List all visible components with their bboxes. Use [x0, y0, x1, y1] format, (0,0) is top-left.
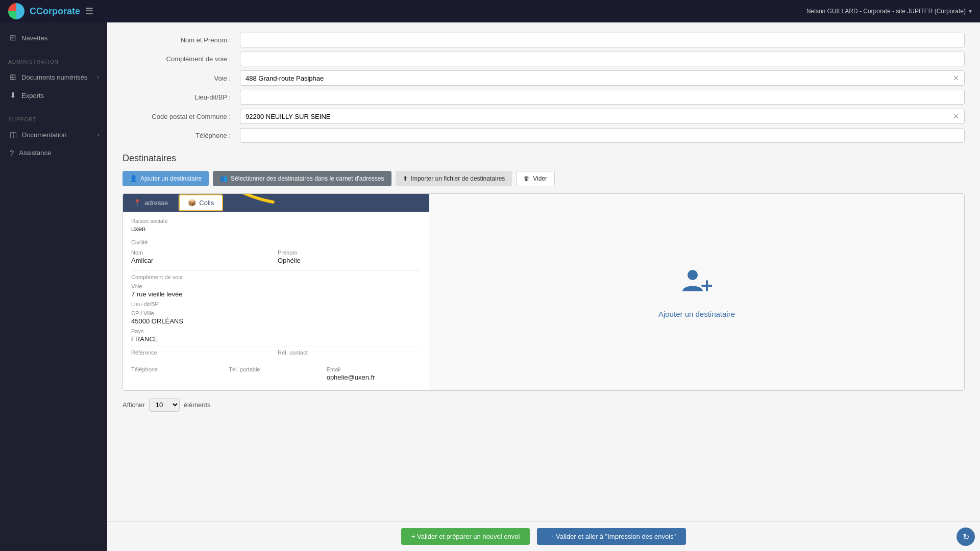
documents-arrow: › — [97, 74, 99, 80]
cp-ville-field: CP / Ville 45000 ORLÉANS — [131, 310, 421, 325]
nom-prenom-input[interactable] — [246, 36, 959, 44]
sidebar-admin-section: ADMINISTRATION ⊞ Documents numérisés › ⬇… — [0, 50, 107, 108]
refresh-button[interactable]: ↻ — [957, 528, 975, 546]
complement-voie-input[interactable] — [246, 55, 959, 63]
nom-value: Amilcar — [131, 257, 275, 264]
sidebar-item-documents[interactable]: ⊞ Documents numérisés › — [0, 68, 107, 86]
add-recipient-panel[interactable]: Ajouter un destinataire — [429, 194, 964, 390]
tab-adresse[interactable]: 📍 adresse — [123, 194, 179, 212]
telephone-input[interactable] — [246, 132, 959, 139]
importer-icon: ⬆ — [403, 175, 408, 182]
bottom-bar: + Valider et préparer un nouvel envoi → … — [107, 521, 980, 551]
email-label: Email — [327, 366, 421, 372]
topbar-left: CCorporate ☰ — [8, 3, 93, 19]
app-title: CCorporate — [30, 6, 80, 17]
complement-voie-field[interactable] — [240, 52, 965, 66]
code-postal-label: Code postal et Commune : — [122, 113, 235, 120]
add-recipient-label: Ajouter un destinataire — [658, 310, 735, 318]
raison-sociale-field: Raison sociale uxen — [131, 218, 421, 233]
sidebar-item-exports[interactable]: ⬇ Exports — [0, 86, 107, 105]
nom-prenom-field[interactable] — [240, 33, 965, 47]
lieu-dit-recipient-label: Lieu-dit/BP — [131, 301, 421, 307]
sidebar-item-navettes[interactable]: ⊞ Navettes — [0, 29, 107, 47]
telephone-field[interactable] — [240, 128, 965, 143]
voie-recipient-field: Voie 7 rue vieille levée — [131, 283, 421, 298]
dest-tab-header: 📍 adresse 📦 Colis — [123, 194, 429, 212]
user-info: Nelson GUILLARD - Corporate - site JUPIT… — [806, 8, 972, 15]
vider-icon: 🗑 — [524, 175, 530, 182]
sidebar-item-documentation[interactable]: ◫ Documentation › — [0, 126, 107, 144]
ref-contact-field: Réf. contact — [278, 349, 421, 357]
refresh-icon: ↻ — [963, 532, 969, 542]
lieu-dit-label: Lieu-dit/BP : — [122, 93, 235, 101]
valider-nouveau-button[interactable]: + Valider et préparer un nouvel envoi — [401, 528, 530, 545]
civilite-field: Civilité — [131, 239, 275, 246]
sidebar-item-assistance[interactable]: ? Assistance — [0, 144, 107, 162]
cp-ville-value: 45000 ORLÉANS — [131, 317, 421, 325]
telephone-label: Téléphone : — [122, 132, 235, 139]
pays-value: FRANCE — [131, 335, 421, 343]
adresse-tab-icon: 📍 — [133, 199, 141, 207]
afficher-row: Afficher 10 25 50 100 éléments — [122, 398, 965, 412]
separator-3 — [131, 346, 421, 346]
voie-recipient-value: 7 rue vieille levée — [131, 290, 421, 298]
raison-sociale-label: Raison sociale — [131, 218, 421, 224]
separator-1 — [131, 236, 421, 236]
pays-label: Pays — [131, 328, 421, 334]
ajouter-destinataire-button[interactable]: 👤 Ajouter un destinataire — [122, 171, 209, 186]
vider-button[interactable]: 🗑 Vider — [516, 171, 555, 186]
raison-sociale-value: uxen — [131, 225, 421, 233]
tel-portable-field: Tél. portable — [229, 366, 323, 381]
lieu-dit-input[interactable] — [246, 93, 959, 101]
tab-colis[interactable]: 📦 Colis — [179, 194, 223, 211]
code-postal-field[interactable]: ✕ — [240, 109, 965, 124]
documents-icon: ⊞ — [10, 72, 16, 82]
main-layout: ⊞ Navettes ADMINISTRATION ⊞ Documents nu… — [0, 22, 980, 551]
afficher-suffix: éléments — [184, 401, 211, 409]
voie-input[interactable] — [246, 74, 953, 82]
complement-voie-label: Complément de voie : — [122, 55, 235, 63]
prenom-field: Prénom Ophélie — [278, 249, 421, 264]
voie-recipient-label: Voie — [131, 283, 421, 289]
nom-prenom-label: Nom et Prénom : — [122, 36, 235, 44]
voie-clear-icon[interactable]: ✕ — [953, 74, 959, 82]
address-form: Nom et Prénom : Complément de voie : Voi… — [122, 33, 965, 143]
reference-label: Référence — [131, 349, 275, 356]
support-section-label: SUPPORT — [0, 114, 107, 126]
nom-label: Nom — [131, 249, 275, 256]
documentation-arrow: › — [97, 132, 99, 138]
sidebar-support-section: SUPPORT ◫ Documentation › ? Assistance — [0, 108, 107, 165]
recipient-card: Raison sociale uxen Civilité Nom Amil — [123, 212, 429, 390]
sidebar-nav-section: ⊞ Navettes — [0, 22, 107, 50]
importer-fichier-button[interactable]: ⬆ Importer un fichier de destinataires — [396, 171, 512, 186]
reference-row: Référence Réf. contact — [131, 349, 421, 360]
add-person-icon — [681, 266, 712, 303]
telephone-recipient-field: Téléphone — [131, 366, 226, 381]
cp-ville-label: CP / Ville — [131, 310, 421, 316]
destinataires-title: Destinataires — [122, 153, 965, 164]
topbar: CCorporate ☰ Nelson GUILLARD - Corporate… — [0, 0, 980, 22]
email-value: ophelie@uxen.fr — [327, 373, 421, 381]
contact-row: Téléphone Tél. portable Email ophelie@ux… — [131, 366, 421, 384]
complement-field: Complément de voie — [131, 274, 421, 280]
code-postal-input[interactable] — [246, 113, 953, 120]
lieu-dit-field[interactable] — [240, 90, 965, 105]
valider-imprimer-button[interactable]: → Valider et aller à "Impression des env… — [537, 528, 686, 545]
afficher-label: Afficher — [122, 401, 145, 409]
selectionner-icon: 👥 — [220, 175, 228, 182]
separator-4 — [131, 363, 421, 363]
svg-point-1 — [688, 270, 698, 280]
email-field-recipient: Email ophelie@uxen.fr — [327, 366, 421, 381]
voie-field[interactable]: ✕ — [240, 70, 965, 86]
destinataires-actions: 👤 Ajouter un destinataire 👥 Sélectionner… — [122, 171, 965, 186]
user-menu-caret[interactable]: ▾ — [969, 8, 972, 15]
bottom-spacer — [122, 422, 965, 453]
exports-icon: ⬇ — [10, 91, 16, 100]
nom-prenom-row: Civilité — [131, 239, 421, 249]
code-postal-clear-icon[interactable]: ✕ — [953, 112, 959, 120]
content-area: Nom et Prénom : Complément de voie : Voi… — [107, 22, 980, 551]
nom-field: Nom Amilcar — [131, 249, 275, 264]
afficher-select[interactable]: 10 25 50 100 — [149, 398, 180, 412]
hamburger-icon[interactable]: ☰ — [85, 6, 93, 17]
selectionner-destinataire-button[interactable]: 👥 Sélectionner des destinataires dans le… — [213, 171, 391, 186]
